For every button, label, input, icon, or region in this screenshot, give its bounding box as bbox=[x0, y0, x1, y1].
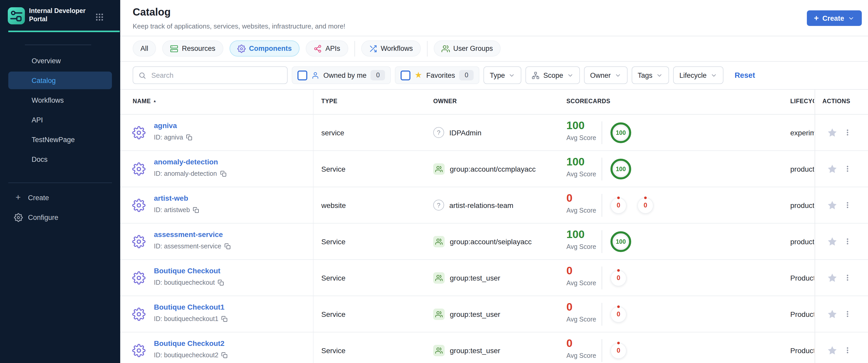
table-row: Boutique Checkout2 ID: boutiquecheckout2… bbox=[120, 332, 868, 363]
tab-all[interactable]: All bbox=[133, 40, 156, 57]
favorites-checkbox[interactable] bbox=[401, 70, 411, 80]
row-menu-icon[interactable] bbox=[844, 165, 851, 173]
row-menu-icon[interactable] bbox=[844, 310, 851, 318]
copy-icon[interactable] bbox=[186, 134, 192, 141]
component-gear-icon bbox=[132, 307, 146, 321]
score-divider bbox=[602, 339, 602, 362]
search-input[interactable] bbox=[150, 71, 277, 80]
tab-label: All bbox=[141, 44, 148, 52]
sidebar: Internal Developer Portal OverviewCatalo… bbox=[0, 0, 120, 363]
filter-dropdown-type[interactable]: Type bbox=[484, 66, 522, 84]
avg-score-label: Avg Score bbox=[566, 171, 596, 178]
favorite-star-icon[interactable] bbox=[827, 237, 837, 247]
lifecycle-cell: Production bbox=[790, 274, 814, 282]
filter-dropdown-lifecycle[interactable]: Lifecycle bbox=[673, 66, 723, 84]
copy-icon[interactable] bbox=[221, 316, 228, 322]
sidebar-item-label: Docs bbox=[32, 155, 48, 163]
column-header-scorecards[interactable]: SCORECARDS bbox=[566, 98, 611, 104]
favorite-star-icon[interactable] bbox=[827, 164, 837, 174]
tab-user-groups[interactable]: User Groups bbox=[433, 40, 501, 57]
type-cell: Service bbox=[321, 274, 345, 282]
sidebar-item-label: Overview bbox=[32, 57, 61, 65]
row-menu-icon[interactable] bbox=[844, 238, 851, 245]
owned-by-me-count: 0 bbox=[371, 70, 385, 80]
entity-name-link[interactable]: Boutique Checkout2 bbox=[154, 339, 224, 347]
column-header-type[interactable]: TYPE bbox=[321, 98, 338, 104]
sidebar-item-docs[interactable]: Docs bbox=[8, 150, 112, 168]
filter-dropdown-tags[interactable]: Tags bbox=[631, 66, 669, 84]
apps-grid-icon[interactable] bbox=[95, 12, 104, 22]
sidebar-item-catalog[interactable]: Catalog bbox=[8, 71, 112, 89]
favorite-star-icon[interactable] bbox=[827, 200, 837, 211]
group-icon bbox=[433, 308, 445, 320]
entity-id: ID: agniva bbox=[154, 134, 192, 141]
entity-id-text: ID: boutiquecheckout2 bbox=[154, 352, 218, 359]
owner-label: IDPAdmin bbox=[449, 128, 482, 137]
table-body: agniva ID: agniva service ? IDPAdmin 100… bbox=[120, 115, 868, 363]
copy-icon[interactable] bbox=[220, 171, 226, 177]
component-gear-icon bbox=[132, 126, 146, 140]
sidebar-action-create[interactable]: + Create bbox=[8, 189, 112, 206]
entity-name-link[interactable]: anomaly-detection bbox=[154, 158, 218, 166]
favorite-star-icon[interactable] bbox=[827, 273, 837, 283]
sidebar-item-api[interactable]: API bbox=[8, 111, 112, 129]
lifecycle-cell: experimental bbox=[790, 129, 814, 137]
tab-components[interactable]: Components bbox=[229, 40, 300, 57]
copy-icon[interactable] bbox=[224, 243, 230, 249]
favorite-star-icon[interactable] bbox=[827, 127, 837, 138]
component-gear-icon bbox=[132, 344, 146, 357]
avg-score-value: 100 bbox=[566, 119, 596, 132]
avg-score-value: 100 bbox=[566, 228, 596, 241]
owned-by-me-checkbox[interactable] bbox=[298, 70, 307, 80]
avg-score-label: Avg Score bbox=[566, 134, 596, 142]
owner-label: group:test_user bbox=[450, 274, 500, 282]
sidebar-item-workflows[interactable]: Workflows bbox=[8, 91, 112, 109]
filter-bar: Owned by me 0 ★ Favorites 0 Type Scope O… bbox=[133, 66, 755, 84]
row-menu-icon[interactable] bbox=[844, 201, 851, 209]
filter-dropdown-scope[interactable]: Scope bbox=[526, 66, 580, 84]
column-header-name[interactable]: NAME▲ bbox=[133, 98, 157, 104]
scorecard-rings: 100 bbox=[611, 223, 631, 260]
create-button-label: Create bbox=[823, 14, 844, 22]
owned-by-me-filter[interactable]: Owned by me 0 bbox=[292, 66, 391, 84]
reset-filters-link[interactable]: Reset bbox=[735, 71, 755, 79]
page-subtitle: Keep track of applications, services, we… bbox=[133, 22, 345, 30]
tab-resources[interactable]: Resources bbox=[162, 40, 223, 57]
chevron-down-icon bbox=[567, 72, 574, 79]
entity-name-link[interactable]: assessment-service bbox=[154, 230, 223, 239]
entity-name-link[interactable]: artist-web bbox=[154, 194, 188, 202]
filter-dropdown-owner[interactable]: Owner bbox=[584, 66, 627, 84]
resources-icon bbox=[170, 44, 178, 53]
copy-icon[interactable] bbox=[221, 352, 228, 358]
create-button[interactable]: + Create bbox=[807, 10, 862, 26]
owner-label: group:test_user bbox=[450, 346, 500, 355]
chevron-down-icon bbox=[848, 15, 855, 22]
scorecard-rings: 0 bbox=[611, 260, 626, 296]
header-divider bbox=[120, 36, 868, 36]
copy-icon[interactable] bbox=[218, 279, 224, 286]
tab-label: Components bbox=[249, 44, 292, 52]
entity-name-link[interactable]: Boutique Checkout bbox=[154, 267, 220, 275]
column-header-owner[interactable]: OWNER bbox=[433, 98, 457, 104]
column-header-lifecycle[interactable]: LIFECYCLE bbox=[790, 98, 814, 104]
row-menu-icon[interactable] bbox=[844, 129, 851, 137]
favorite-star-icon[interactable] bbox=[827, 345, 837, 356]
scorecard-ring: 100 bbox=[611, 159, 631, 179]
tab-apis[interactable]: APIs bbox=[306, 40, 348, 57]
scorecard-ring: 0 bbox=[611, 342, 626, 359]
entity-name-link[interactable]: Boutique Checkout1 bbox=[154, 303, 224, 311]
brand-accent-divider bbox=[8, 31, 120, 32]
avg-score-label: Avg Score bbox=[566, 243, 596, 250]
copy-icon[interactable] bbox=[193, 207, 199, 213]
entity-name-link[interactable]: agniva bbox=[154, 121, 177, 130]
avg-score: 0 Avg Score bbox=[566, 192, 596, 214]
sidebar-action-configure[interactable]: Configure bbox=[8, 209, 112, 226]
row-menu-icon[interactable] bbox=[844, 346, 851, 354]
sidebar-item-overview[interactable]: Overview bbox=[8, 52, 112, 69]
row-menu-icon[interactable] bbox=[844, 274, 851, 281]
favorites-filter[interactable]: ★ Favorites 0 bbox=[395, 66, 479, 84]
favorite-star-icon[interactable] bbox=[827, 309, 837, 320]
entity-id: ID: anomaly-detection bbox=[154, 170, 226, 177]
sidebar-item-testnewpage[interactable]: TestNewPage bbox=[8, 131, 112, 148]
tab-workflows[interactable]: Workflows bbox=[361, 40, 421, 57]
